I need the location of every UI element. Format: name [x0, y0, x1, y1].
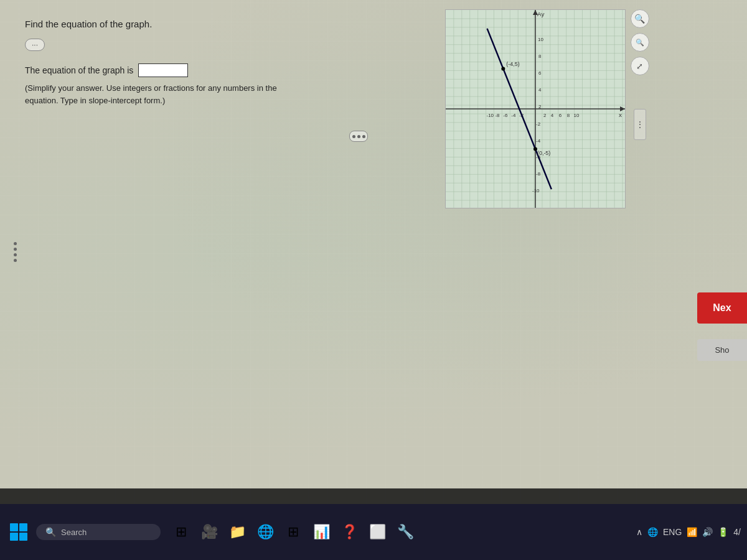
svg-text:-4: -4 [536, 138, 541, 144]
svg-text:-2: -2 [536, 121, 541, 127]
taskbar-icons: ⊞ 🎥 📁 🌐 ⊞ 📊 ❓ ⬜ 🔧 [169, 520, 418, 544]
svg-text:-4: -4 [511, 113, 516, 118]
taskbar-grid-icon[interactable]: ⊞ [281, 520, 306, 544]
svg-text:2: 2 [538, 104, 542, 110]
cdot2 [357, 135, 360, 138]
svg-text:6: 6 [538, 70, 542, 76]
svg-text:-8: -8 [495, 113, 500, 118]
tray-time: 4/ [733, 527, 741, 537]
tray-network[interactable]: 🌐 [647, 527, 658, 537]
dot1 [14, 242, 17, 245]
windows-icon [10, 523, 27, 541]
taskbar-edge-icon[interactable]: 🌐 [253, 520, 278, 544]
svg-text:2: 2 [543, 113, 547, 118]
tray-volume[interactable]: 🔊 [702, 527, 713, 537]
taskbar-app3-icon[interactable]: 🔧 [393, 520, 418, 544]
win-square-3 [10, 533, 18, 541]
equation-line: The equation of the graph is [25, 63, 293, 77]
graph-svg: x Ay -2 -4 -6 -8 -10 2 4 6 8 10 10 8 6 4… [446, 10, 625, 208]
taskbar-app2-icon[interactable]: ⬜ [365, 520, 390, 544]
taskbar-video-icon[interactable]: 🎥 [197, 520, 222, 544]
win-square-4 [19, 533, 27, 541]
svg-point-72 [501, 67, 505, 70]
taskbar-folder-icon[interactable]: 📁 [225, 520, 250, 544]
fullscreen-button[interactable]: ⤢ [631, 57, 649, 75]
svg-text:Ay: Ay [537, 11, 544, 17]
svg-text:8: 8 [567, 113, 570, 118]
right-toolbar: 🔍 🔍 ⤢ [629, 9, 651, 75]
start-button[interactable] [6, 520, 31, 544]
win-square-1 [10, 523, 18, 531]
dark-overlay [0, 488, 747, 504]
taskbar-help-icon[interactable]: ❓ [337, 520, 362, 544]
svg-text:x: x [619, 111, 622, 118]
dot4 [14, 259, 17, 262]
dots-button[interactable]: ··· [25, 39, 45, 51]
svg-text:-10: -10 [532, 188, 540, 194]
taskbar: 🔍 Search ⊞ 🎥 📁 🌐 ⊞ 📊 ❓ ⬜ 🔧 ∧ 🌐 ENG 📶 🔊 🔋… [0, 504, 747, 560]
question-area: Find the equation of the graph. ··· The … [19, 12, 299, 113]
instruction-text: (Simplify your answer. Use integers or f… [25, 82, 293, 106]
graph-container: x Ay -2 -4 -6 -8 -10 2 4 6 8 10 10 8 6 4… [445, 9, 626, 208]
system-tray: ∧ 🌐 ENG 📶 🔊 🔋 4/ [636, 527, 741, 537]
svg-text:-6: -6 [503, 113, 508, 118]
equation-prompt: The equation of the graph is [25, 65, 133, 75]
dot2 [14, 248, 17, 251]
show-button[interactable]: Sho [697, 339, 747, 361]
svg-text:10: 10 [538, 37, 543, 42]
svg-text:-10: -10 [487, 113, 494, 118]
zoom-in-button[interactable]: 🔍 [631, 9, 649, 28]
svg-text:10: 10 [574, 113, 580, 118]
zoom-out-button[interactable]: 🔍 [631, 33, 649, 52]
svg-text:6: 6 [559, 113, 562, 118]
tray-wifi[interactable]: 📶 [687, 527, 697, 537]
win-square-2 [19, 523, 27, 531]
svg-text:(0,-5): (0,-5) [537, 150, 550, 156]
svg-text:8: 8 [538, 54, 542, 59]
taskbar-desktop-button[interactable]: ⊞ [169, 520, 194, 544]
cdot1 [352, 135, 355, 138]
svg-text:4: 4 [538, 87, 542, 93]
svg-text:-8: -8 [536, 171, 541, 177]
question-title: Find the equation of the graph. [25, 19, 293, 29]
dot3 [14, 253, 17, 256]
answer-input[interactable] [138, 63, 188, 77]
next-button[interactable]: Nex [697, 292, 747, 324]
left-dots-handle[interactable] [14, 242, 17, 262]
svg-text:(-4,5): (-4,5) [506, 61, 519, 67]
tray-chevron[interactable]: ∧ [636, 527, 642, 537]
cdot3 [362, 135, 365, 138]
taskbar-search[interactable]: 🔍 Search [36, 524, 161, 540]
side-dots-button[interactable]: ⋮ [634, 109, 646, 140]
taskbar-search-text: Search [61, 528, 87, 537]
tray-battery[interactable]: 🔋 [718, 527, 728, 537]
center-dots-button[interactable] [349, 131, 368, 142]
svg-text:4: 4 [551, 113, 554, 118]
taskbar-app1-icon[interactable]: 📊 [309, 520, 334, 544]
taskbar-search-icon: 🔍 [45, 527, 56, 537]
main-screen: Find the equation of the graph. ··· The … [0, 0, 747, 504]
tray-eng[interactable]: ENG [663, 527, 682, 537]
